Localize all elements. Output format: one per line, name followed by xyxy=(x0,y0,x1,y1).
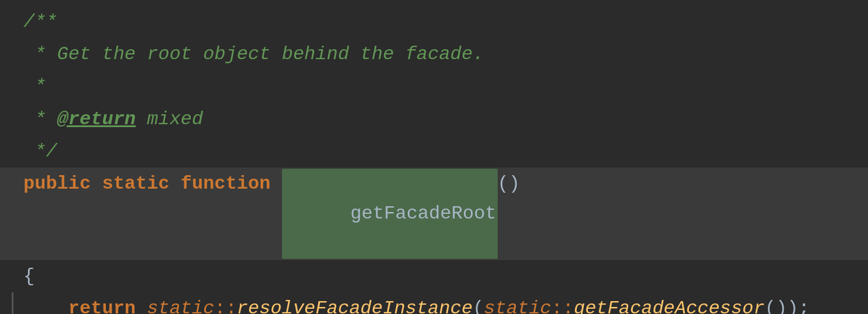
function-name-highlight: getFacadeRoot xyxy=(282,169,498,259)
code-line-6: public static function getFacadeRoot () xyxy=(0,168,868,260)
comment-return-prefix: * xyxy=(23,104,57,134)
paren-call-open: ( xyxy=(473,293,484,314)
space1 xyxy=(91,169,102,199)
code-editor: /** * Get the root object behind the fac… xyxy=(0,0,868,314)
code-line-5: */ xyxy=(0,135,868,168)
static-call-1: static xyxy=(147,293,214,314)
comment-text: * Get the root object behind the facade. xyxy=(23,39,484,69)
code-line-3: * xyxy=(0,70,868,103)
double-colon-2: :: xyxy=(552,293,574,314)
keyword-function: function xyxy=(181,169,271,199)
space2 xyxy=(170,169,181,199)
code-line-4: * @return mixed xyxy=(0,103,868,135)
method-resolve: resolveFacadeInstance xyxy=(237,293,473,314)
method-accessor: getFacadeAccessor xyxy=(574,293,764,314)
paren-call-close: ) xyxy=(787,293,798,314)
space4 xyxy=(136,293,147,314)
keyword-static: static xyxy=(102,169,169,199)
code-line-7: { xyxy=(0,260,868,292)
code-line-2: * Get the root object behind the facade. xyxy=(0,38,868,70)
brace-open: { xyxy=(23,261,35,291)
paren-open: () xyxy=(498,169,520,199)
double-colon-1: :: xyxy=(214,293,236,314)
comment-asterisk: * xyxy=(23,71,46,101)
comment-close: */ xyxy=(23,136,57,166)
comment-return-type: mixed xyxy=(136,104,203,134)
space3 xyxy=(270,169,281,199)
indent xyxy=(23,293,68,314)
static-call-2: static xyxy=(484,293,551,314)
comment-tag: @return xyxy=(57,104,136,134)
function-name: getFacadeRoot xyxy=(350,203,497,224)
keyword-return: return xyxy=(68,293,136,314)
comment-open: /** xyxy=(23,7,57,37)
code-line-8: return static :: resolveFacadeInstance (… xyxy=(0,292,868,314)
code-line-1: /** xyxy=(0,6,868,38)
paren-inner: () xyxy=(764,293,787,314)
keyword-public: public xyxy=(23,169,91,199)
semicolon: ; xyxy=(798,293,810,314)
line-bar xyxy=(12,292,13,314)
